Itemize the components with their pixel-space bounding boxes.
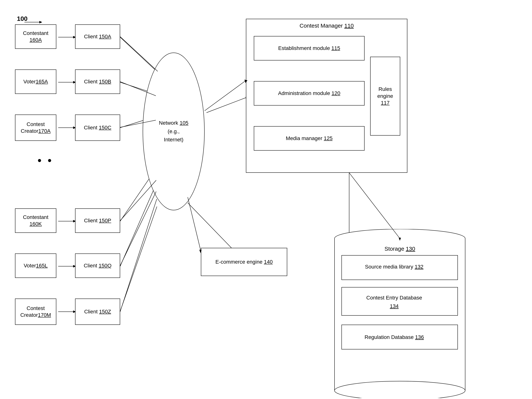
creator-170M-box: ContestCreator170M (15, 298, 56, 325)
client-150B-label: Client 150B (84, 78, 111, 85)
client-150P-label: Client 150P (84, 217, 111, 224)
client-150P-box: Client 150P (75, 209, 120, 233)
client-150A-label: Client 150A (84, 33, 111, 40)
client-150B-box: Client 150B (75, 70, 120, 94)
client-150Q-box: Client 150Q (75, 253, 120, 278)
diagram-container: 100 Contestant160A Client 150A Voter165A… (0, 0, 532, 399)
administration-module-label: Administration module 120 (278, 90, 340, 97)
svg-marker-1 (39, 21, 42, 23)
svg-text:Storage 130: Storage 130 (385, 246, 415, 252)
svg-rect-34 (342, 287, 458, 316)
rules-engine-label: Rulesengine117 (377, 86, 393, 106)
figure-number: 100 (17, 15, 28, 22)
creator-170A-label: ContestCreator170A (21, 121, 51, 135)
rules-engine-box: Rulesengine117 (370, 57, 400, 136)
creator-170A-box: ContestCreator170A (15, 114, 56, 141)
svg-text:Contest Entry Database: Contest Entry Database (366, 295, 422, 301)
svg-line-49 (120, 191, 156, 266)
network-sublabel: (e.g.,Internet) (159, 127, 188, 144)
client-150Z-label: Client 150Z (84, 308, 111, 315)
media-manager-box: Media manager 125 (254, 126, 365, 151)
client-150Z-box: Client 150Z (75, 298, 120, 325)
svg-line-45 (120, 37, 158, 71)
ecommerce-engine-box: E-commerce engine 140 (201, 248, 287, 276)
svg-line-14 (120, 37, 157, 71)
network-ellipse: Network 105 (e.g.,Internet) (143, 53, 205, 210)
contest-manager-label: Contest Manager 110 (246, 23, 407, 29)
voter-165A-label: Voter165A (24, 78, 48, 85)
svg-line-19 (120, 199, 157, 312)
establishment-module-label: Establishment module 115 (278, 45, 340, 52)
client-150A-box: Client 150A (75, 24, 120, 49)
svg-line-39 (349, 173, 400, 238)
client-150C-label: Client 150C (84, 124, 111, 131)
svg-line-50 (120, 207, 157, 311)
svg-line-18 (120, 184, 156, 266)
client-150C-box: Client 150C (75, 114, 120, 141)
svg-text:134: 134 (390, 303, 399, 309)
establishment-module-box: Establishment module 115 (254, 36, 365, 60)
dots-separator: • • (38, 154, 53, 167)
svg-line-41 (205, 81, 246, 111)
contestant-160K-box: Contestant160K (15, 209, 56, 233)
storage-svg: Storage 130 Source media library 132 Con… (334, 229, 466, 398)
network-label: Network 105 (159, 119, 188, 127)
contest-manager-outer: Contest Manager 110 Establishment module… (246, 19, 407, 173)
svg-line-48 (120, 180, 156, 221)
contestant-160A-box: Contestant160A (15, 24, 56, 49)
svg-text:Source media library 132: Source media library 132 (365, 264, 423, 270)
svg-line-43 (188, 197, 201, 250)
voter-165L-box: Voter165L (15, 253, 56, 278)
administration-module-box: Administration module 120 (254, 81, 365, 106)
voter-165A-box: Voter165A (15, 70, 56, 94)
svg-line-20 (207, 98, 246, 113)
media-manager-label: Media manager 125 (286, 135, 332, 142)
creator-170M-label: ContestCreator170M (20, 305, 51, 319)
client-150Q-label: Client 150Q (84, 262, 112, 269)
contestant-160A-label: Contestant160A (23, 30, 48, 44)
svg-point-30 (335, 381, 465, 398)
contestant-160K-label: Contestant160K (23, 214, 48, 228)
voter-165L-label: Voter165L (24, 262, 48, 269)
svg-text:Regulation Database 136: Regulation Database 136 (365, 334, 424, 340)
ecommerce-engine-label: E-commerce engine 140 (215, 259, 272, 265)
